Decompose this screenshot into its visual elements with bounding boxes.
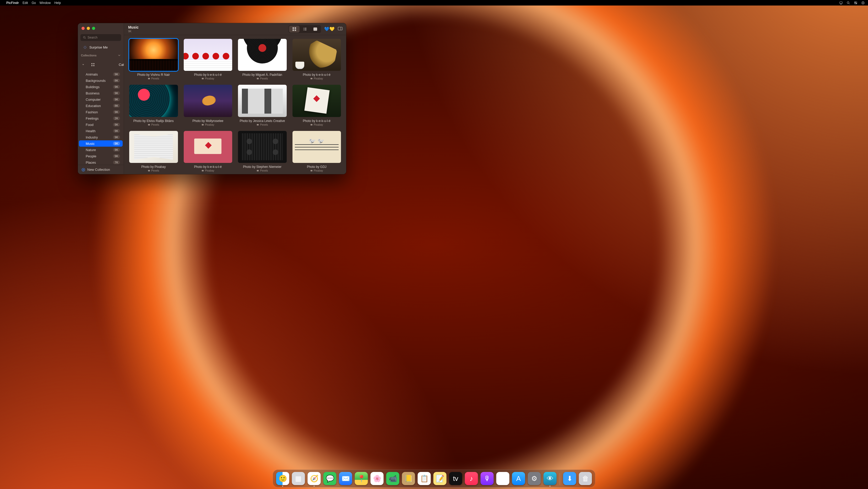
control-center-icon[interactable] (854, 1, 858, 5)
category-count-badge: 9K (113, 91, 120, 95)
photo-cell: Photo by Jessica Lewis CreativePexels (238, 85, 287, 126)
menubar-item-edit[interactable]: Edit (23, 1, 28, 5)
svg-point-2 (847, 2, 849, 3)
svg-rect-38 (202, 124, 204, 125)
photo-cell: Photo by GDJPixabay (292, 131, 341, 172)
photo-source: Pixabay (292, 77, 341, 80)
photo-thumbnail[interactable] (238, 39, 287, 71)
svg-rect-31 (338, 27, 342, 30)
dock-app-messages[interactable]: 💬 (323, 472, 337, 485)
user-account-icon[interactable] (861, 1, 865, 5)
sidebar-item-places[interactable]: Places7K (79, 159, 123, 165)
svg-rect-40 (311, 124, 312, 125)
fullscreen-window-button[interactable] (92, 27, 95, 30)
photo-thumbnail[interactable] (238, 131, 287, 163)
dock-app-music[interactable]: ♪ (465, 472, 478, 485)
sidebar-item-business[interactable]: Business9K (79, 90, 123, 96)
dock-app-trash[interactable]: 🗑 (579, 472, 592, 485)
photo-thumbnail[interactable] (238, 85, 287, 117)
photo-thumbnail[interactable] (292, 85, 341, 117)
ukraine-flag-icon[interactable]: 💙💛 (324, 27, 335, 31)
dock-app-photos[interactable]: 🌸 (371, 472, 384, 485)
view-list-button[interactable] (300, 26, 310, 32)
sidebar-scroll[interactable]: Collections Categories 20 Animals9KBackg… (78, 52, 124, 165)
dock-app-app-store[interactable]: A (512, 472, 525, 485)
dock-app-facetime[interactable]: 📹 (386, 472, 399, 485)
photo-thumbnail[interactable] (184, 85, 232, 117)
sidebar-item-health[interactable]: Health9K (79, 128, 123, 134)
photo-source: Pixabay (184, 77, 232, 80)
photo-info-tooltip: 🌐 Pexels🖼 People at Concert🎨 Vishnu R Na… (129, 64, 178, 70)
dock-app-tv[interactable]: tv (449, 472, 462, 485)
dock-app-notes[interactable]: 📝 (433, 472, 446, 485)
photo-source: Pexels (238, 123, 287, 126)
sidebar-item-nature[interactable]: Nature9K (79, 147, 123, 153)
categories-grid-icon (86, 59, 117, 70)
surprise-me-button[interactable]: Surprise Me (80, 44, 122, 51)
sidebar-item-computer[interactable]: Computer9K (79, 96, 123, 103)
dock-app-launchpad[interactable]: ▦ (292, 472, 305, 485)
dock-app-settings[interactable]: ⚙ (528, 472, 541, 485)
view-grid-button[interactable] (289, 26, 300, 32)
sidebar-item-food[interactable]: Food9K (79, 121, 123, 128)
spotlight-search-icon[interactable] (846, 1, 850, 5)
dock-app-podcasts[interactable]: 🎙 (480, 472, 494, 485)
photo-thumbnail[interactable] (129, 85, 178, 117)
dock-app-contacts[interactable]: 📒 (402, 472, 415, 485)
view-detail-button[interactable] (310, 26, 320, 32)
photo-source: Pexels (238, 169, 287, 172)
photo-caption: Photo by k-e-k-u-l-é (292, 119, 341, 123)
menubar-item-help[interactable]: Help (54, 1, 61, 5)
menubar-item-window[interactable]: Window (39, 1, 51, 5)
sidebar-item-people[interactable]: People9K (79, 153, 123, 159)
photo-thumbnail[interactable] (184, 39, 232, 71)
menubar-item-go[interactable]: Go (32, 1, 36, 5)
collections-section-header[interactable]: Collections (78, 52, 124, 58)
dock-app-news[interactable]: N (496, 472, 509, 485)
photo-cell: Photo by PixabayPexels (129, 131, 178, 172)
sidebar-item-fashion[interactable]: Fashion9K (79, 109, 123, 115)
photo-cell: Photo by MollyroseleePixabay (184, 85, 232, 126)
dock-app-downloads[interactable]: ⬇ (563, 472, 576, 485)
photo-thumbnail[interactable] (292, 131, 341, 163)
main-content: Music 9K 💙💛 🌐 Pexels🖼 Peopl (124, 23, 346, 174)
svg-rect-33 (148, 78, 150, 79)
sidebar-item-industry[interactable]: Industry9K (79, 134, 123, 140)
dock-app-finder[interactable]: 🙂 (276, 472, 289, 485)
dock-app-mail[interactable]: ✉️ (339, 472, 352, 485)
photo-thumbnail[interactable] (292, 39, 341, 71)
dock-app-picfindr[interactable]: 👁 (544, 472, 557, 485)
photo-grid-scroll[interactable]: 🌐 Pexels🖼 People at Concert🎨 Vishnu R Na… (124, 35, 346, 174)
toggle-right-sidebar-button[interactable] (338, 27, 343, 31)
sidebar-item-categories[interactable]: Categories 20 (79, 58, 123, 71)
close-window-button[interactable] (82, 27, 85, 30)
svg-point-25 (303, 29, 304, 29)
disclosure-triangle-icon[interactable] (82, 63, 84, 67)
dock-app-reminders[interactable]: 📋 (418, 472, 431, 485)
dock-app-safari[interactable]: 🧭 (308, 472, 321, 485)
dock-app-maps[interactable]: 📍 (355, 472, 368, 485)
sidebar-item-feelings[interactable]: Feelings2K (79, 115, 123, 121)
photo-caption: Photo by GDJ (292, 165, 341, 169)
svg-rect-19 (293, 27, 294, 29)
search-input[interactable] (81, 34, 121, 41)
picfindr-window: Surprise Me Collections Categories 20 An… (78, 23, 346, 174)
photo-thumbnail[interactable] (129, 131, 178, 163)
minimize-window-button[interactable] (87, 27, 90, 30)
sidebar-item-education[interactable]: Education8K (79, 103, 123, 109)
sidebar-item-animals[interactable]: Animals9K (79, 71, 123, 77)
photo-thumbnail[interactable]: 🌐 Pexels🖼 People at Concert🎨 Vishnu R Na… (129, 39, 178, 71)
sidebar-item-buildings[interactable]: Buildings9K (79, 84, 123, 90)
sidebar-item-music[interactable]: Music9K (79, 140, 123, 147)
sidebar-item-backgrounds[interactable]: Backgrounds8K (79, 77, 123, 84)
sidebar: Surprise Me Collections Categories 20 An… (78, 23, 124, 174)
new-collection-button[interactable]: New Collection (78, 165, 124, 174)
screen-mirroring-icon[interactable] (839, 1, 843, 5)
photo-caption: Photo by k-e-k-u-l-é (292, 73, 341, 77)
svg-rect-36 (311, 78, 312, 79)
photo-cell: Photo by k-e-k-u-l-éPixabay (184, 39, 232, 80)
photo-thumbnail[interactable] (184, 131, 232, 163)
svg-rect-13 (93, 63, 94, 64)
photo-caption: Photo by k-e-k-u-l-é (184, 73, 232, 77)
menubar-app-name[interactable]: PicFindr (6, 1, 19, 5)
